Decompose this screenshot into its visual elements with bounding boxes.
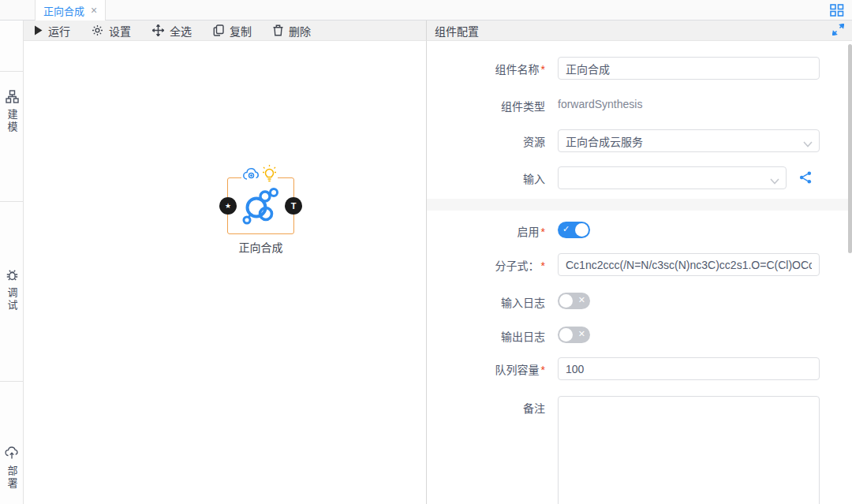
settings-label: 设置	[109, 23, 131, 39]
share-icon[interactable]	[799, 166, 812, 186]
panel-scrollbar[interactable]	[848, 44, 852, 253]
field-label: 资源	[427, 129, 545, 149]
input-port[interactable]: ★	[219, 197, 237, 215]
field-remarks: 备注	[427, 396, 852, 504]
copy-button[interactable]: 复制	[213, 23, 252, 39]
config-panel-header: 组件配置	[426, 21, 852, 41]
app-window: 正向合成 × 建模	[0, 0, 852, 504]
toggle-knob	[559, 294, 573, 308]
tab-forward-synthesis[interactable]: 正向合成 ×	[35, 0, 106, 21]
sidebar-divider	[0, 201, 24, 202]
field-label: 输入日志	[427, 293, 545, 310]
component-name-input[interactable]	[558, 57, 820, 80]
queue-capacity-input[interactable]	[558, 357, 820, 380]
select-all-button[interactable]: 全选	[152, 23, 192, 39]
sidebar-item-modeling[interactable]: 建模	[0, 90, 24, 134]
toggle-knob	[575, 223, 589, 237]
section-separator	[427, 199, 852, 211]
delete-button[interactable]: 删除	[273, 23, 311, 39]
required-mark: *	[541, 226, 545, 238]
node-label: 正向合成	[207, 239, 314, 255]
field-label: 组件类型	[427, 94, 545, 114]
field-label: 组件名称	[495, 63, 540, 76]
select-all-icon	[152, 24, 164, 36]
select-all-label: 全选	[170, 23, 192, 39]
molecular-formula-input[interactable]	[558, 253, 820, 276]
chevron-down-icon	[770, 174, 779, 187]
left-sidebar: 建模 调试 部署	[0, 21, 24, 504]
config-form: 组件名称* 组件类型 forwardSynthesis 资源	[427, 41, 852, 504]
field-component-name: 组件名称*	[427, 57, 852, 80]
required-mark: *	[541, 63, 545, 76]
field-molecular-formula: 分子式：*	[427, 253, 852, 276]
settings-button[interactable]: 设置	[92, 23, 131, 39]
gear-icon	[92, 24, 103, 36]
tab-close-icon[interactable]: ×	[91, 4, 97, 17]
sidebar-item-deploy[interactable]: 部署	[0, 446, 24, 491]
output-port[interactable]: T	[285, 197, 302, 215]
star-glyph: ★	[225, 202, 231, 210]
cloud-upload-icon	[5, 446, 19, 462]
field-output-log: 输出日志 ✕	[427, 327, 852, 344]
sidebar-item-debug[interactable]: 调试	[0, 268, 24, 312]
cloud-service-icon	[241, 167, 262, 185]
field-label: 输入	[427, 166, 545, 186]
remarks-textarea[interactable]	[558, 396, 820, 504]
cross-icon: ✕	[578, 295, 585, 305]
required-mark: *	[541, 364, 545, 376]
run-label: 运行	[48, 23, 70, 39]
sitemap-icon	[6, 90, 19, 106]
sidebar-divider	[0, 381, 24, 382]
workbench-grid-icon[interactable]	[830, 4, 844, 17]
sidebar-divider	[0, 71, 24, 72]
delete-label: 删除	[289, 23, 311, 39]
resource-select[interactable]	[558, 129, 820, 152]
field-label: 输出日志	[427, 327, 545, 344]
check-icon: ✓	[562, 224, 570, 234]
copy-icon	[213, 24, 224, 36]
panel-title: 组件配置	[435, 23, 479, 39]
trash-icon	[273, 24, 283, 36]
lightbulb-icon	[261, 164, 278, 185]
expand-icon[interactable]	[832, 24, 844, 38]
component-type-value: forwardSynthesis	[558, 94, 642, 110]
cross-icon: ✕	[578, 329, 585, 339]
field-input: 输入	[427, 166, 852, 189]
field-component-type: 组件类型 forwardSynthesis	[427, 94, 852, 114]
sidebar-item-label: 建模	[5, 109, 20, 134]
field-resource: 资源	[427, 129, 852, 152]
run-button[interactable]: 运行	[34, 23, 70, 39]
input-select[interactable]	[558, 166, 787, 189]
field-label: 分子式：	[495, 259, 540, 272]
field-label: 备注	[427, 396, 545, 416]
tab-label: 正向合成	[43, 3, 84, 18]
config-panel: 组件名称* 组件类型 forwardSynthesis 资源	[426, 41, 852, 504]
sidebar-item-label: 调试	[5, 287, 20, 312]
input-log-toggle[interactable]: ✕	[558, 293, 590, 309]
chevron-down-icon	[803, 137, 813, 150]
tab-bar: 正向合成 ×	[0, 0, 852, 21]
molecule-icon	[240, 186, 281, 228]
canvas-toolbar: 运行 设置 全选	[24, 21, 426, 41]
toggle-knob	[559, 328, 573, 342]
field-input-log: 输入日志 ✕	[427, 293, 852, 310]
workflow-canvas[interactable]: ★ T 正向合成	[24, 41, 426, 504]
copy-label: 复制	[230, 23, 252, 39]
required-mark: *	[541, 259, 545, 272]
play-icon	[34, 25, 43, 35]
field-enable: 启用* ✓	[427, 222, 852, 239]
bug-icon	[6, 268, 19, 284]
field-label: 队列容量	[495, 364, 540, 376]
sidebar-item-label: 部署	[5, 465, 20, 491]
field-queue-capacity: 队列容量*	[427, 357, 852, 380]
t-glyph: T	[291, 201, 297, 211]
enable-toggle[interactable]: ✓	[558, 222, 590, 238]
field-label: 启用	[518, 226, 540, 238]
output-log-toggle[interactable]: ✕	[558, 327, 590, 343]
